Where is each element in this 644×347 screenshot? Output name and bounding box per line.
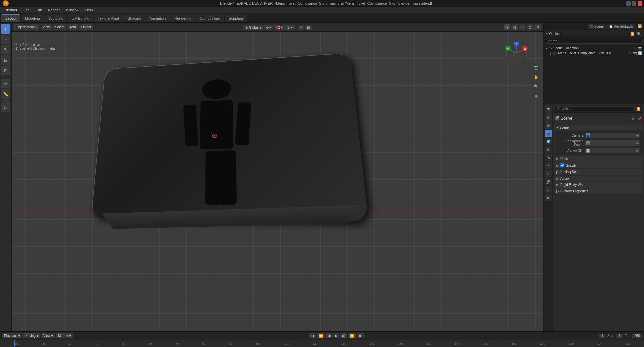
viewport-shading-solid[interactable]: ● xyxy=(504,24,510,30)
viewport-shading-material[interactable]: ◑ xyxy=(511,24,518,30)
timeline-ruler[interactable]: 10 20 30 40 50 60 70 80 90 100 110 120 1… xyxy=(0,340,644,347)
menu-blender[interactable]: Blender xyxy=(2,7,20,13)
pivot-point[interactable]: ⊙ ▾ xyxy=(264,25,274,30)
tab-compositing[interactable]: Compositing xyxy=(196,14,224,22)
gravity-checkbox[interactable] xyxy=(560,163,564,167)
tab-animation[interactable]: Animation xyxy=(146,14,170,22)
output-tab[interactable]: 📺 xyxy=(545,113,552,121)
end-frame-display[interactable]: 250 xyxy=(632,334,642,338)
cursor-tool[interactable]: ✛ xyxy=(1,24,10,34)
object-render-icon[interactable]: 🔄 xyxy=(638,51,642,55)
prop-header-opts[interactable]: ⊕ xyxy=(630,115,636,121)
viewport-canvas[interactable]: User Perspective (1) Scene Collection | … xyxy=(12,32,543,331)
modifier-tab[interactable]: 🔧 xyxy=(545,154,552,161)
move-tool[interactable]: ↔ xyxy=(1,35,10,44)
tab-scripting[interactable]: Scripting xyxy=(225,14,247,22)
camera-value-select-icon[interactable]: ⊕ xyxy=(636,134,639,137)
outliner-object-item[interactable]: ▷ ▷ Mens_Toilet_Compliance_Sign_001 👁 📷 … xyxy=(544,51,644,56)
particles-tab[interactable]: ✦ xyxy=(545,162,552,169)
viewport-options[interactable]: ⚙ xyxy=(534,24,541,30)
next-frame-button[interactable]: ▶| xyxy=(340,333,347,338)
menu-window[interactable]: Window xyxy=(63,7,82,13)
viewport-shading-wire[interactable]: ◻ xyxy=(527,24,533,30)
collection-eye-icon[interactable]: 👁 xyxy=(633,46,637,50)
active-clip-value[interactable]: 🎞 ⊕ xyxy=(585,148,640,153)
select-menu[interactable]: Select xyxy=(53,24,66,30)
background-scene-value[interactable]: 🎬 ⊕ xyxy=(585,140,640,146)
overlay-toggle[interactable]: ⊠ xyxy=(305,25,312,30)
data-tab[interactable]: △ xyxy=(545,186,552,193)
global-transform[interactable]: ⊕ Global ▾ xyxy=(243,25,263,30)
add-menu[interactable]: Add xyxy=(68,24,78,30)
viewport[interactable]: Object Mode View Select Add Object ⊕ Glo… xyxy=(12,23,543,331)
keying-dropdown[interactable]: Keying ▾ xyxy=(23,333,40,338)
object-menu[interactable]: Object xyxy=(79,24,93,30)
scene-section-header[interactable]: ▾ Scene xyxy=(554,125,643,130)
marker-dropdown[interactable]: Marker ▾ xyxy=(56,333,73,338)
keying-sets-section[interactable]: ▷ Keying Sets xyxy=(554,169,643,175)
playback-dropdown[interactable]: Playback ▾ xyxy=(2,333,22,338)
prev-frame-button[interactable]: ◀ xyxy=(326,333,332,338)
render-tab[interactable]: 📷 xyxy=(545,105,552,113)
outliner-search-input[interactable] xyxy=(545,39,643,44)
camera-value[interactable]: 📷 ⊕ xyxy=(585,133,640,138)
pan-icon[interactable]: ✋ xyxy=(532,73,540,81)
filter-button[interactable]: 🔽 xyxy=(637,23,643,30)
constraints-tab[interactable]: 🔗 xyxy=(545,178,552,185)
menu-render[interactable]: Render xyxy=(45,7,63,13)
outliner-scene-collection[interactable]: ▾ 🗂 Scene Collection 👁 📷 xyxy=(544,46,644,51)
object-eye-icon[interactable]: 👁 xyxy=(628,51,631,55)
outliner-search[interactable]: 🔍 xyxy=(636,31,642,37)
object-mode-selector[interactable]: Object Mode xyxy=(14,24,39,30)
scale-tool[interactable]: ⊞ xyxy=(1,55,10,65)
custom-properties-section[interactable]: ▷ Custom Properties xyxy=(554,188,643,194)
current-frame-display[interactable]: 1 xyxy=(599,334,605,338)
tab-layout[interactable]: Layout xyxy=(1,14,20,22)
view-layer-tab[interactable]: ⊞ xyxy=(545,121,552,129)
annotate-tool[interactable]: ✏ xyxy=(1,79,10,88)
menu-help[interactable]: Help xyxy=(83,7,96,13)
jump-end-button[interactable]: ⏭ xyxy=(357,333,364,338)
gravity-section[interactable]: ▷ Gravity xyxy=(554,162,643,168)
material-tab[interactable]: ⬟ xyxy=(545,194,552,201)
proportional-edit[interactable]: ⊚ ▾ xyxy=(285,25,295,30)
rigid-body-world-section[interactable]: ▷ Rigid Body World xyxy=(554,182,643,188)
jump-start-button[interactable]: ⏮ xyxy=(309,333,316,338)
measure-tool[interactable]: 📏 xyxy=(1,89,10,99)
show-gizmos[interactable]: ⊹ xyxy=(298,25,304,30)
tab-uv-editing[interactable]: UV Editing xyxy=(68,14,93,22)
collection-cam-icon[interactable]: 📷 xyxy=(638,46,642,50)
render-layer-selector[interactable]: 📋 RenderLayer xyxy=(607,24,635,29)
clip-select[interactable]: ⊕ xyxy=(636,149,639,153)
prop-header-pin[interactable]: 📌 xyxy=(637,115,643,121)
close-button[interactable] xyxy=(638,1,642,6)
tab-shading[interactable]: Shading xyxy=(123,14,145,22)
prop-search-input[interactable] xyxy=(556,106,635,111)
next-keyframe-button[interactable]: ⏩ xyxy=(348,333,356,338)
play-button[interactable]: ▶ xyxy=(333,333,339,338)
rotate-tool[interactable]: ↻ xyxy=(1,45,10,54)
tab-sculpting[interactable]: Sculpting xyxy=(44,14,67,22)
zoom-icon[interactable]: 🔍 xyxy=(532,82,540,90)
tab-texture-paint[interactable]: Texture Paint xyxy=(94,14,123,22)
maximize-button[interactable] xyxy=(632,1,636,6)
view-menu[interactable]: View xyxy=(41,24,52,30)
scene-tab[interactable]: 🎬 xyxy=(545,130,552,137)
outliner-filter[interactable]: 🔽 xyxy=(629,31,635,37)
start-frame-display[interactable]: 1 xyxy=(616,334,623,338)
tab-modeling[interactable]: Modeling xyxy=(21,14,44,22)
physics-tab[interactable]: ⚛ xyxy=(545,170,552,177)
world-tab[interactable]: 🌍 xyxy=(545,138,552,145)
menu-file[interactable]: File xyxy=(21,7,32,13)
units-section[interactable]: ▷ Units xyxy=(554,156,643,162)
snap-toggle[interactable]: 🧲 ▾ xyxy=(274,25,285,30)
tab-rendering[interactable]: Rendering xyxy=(170,14,195,22)
camera-view-icon[interactable]: 📷 xyxy=(532,63,540,71)
minimize-button[interactable] xyxy=(626,1,631,6)
bg-scene-select[interactable]: ⊕ xyxy=(636,141,639,145)
camera-ortho-icon[interactable]: ▣ xyxy=(532,92,540,100)
menu-edit[interactable]: Edit xyxy=(33,7,45,13)
viewport-shading-rendered[interactable]: ○ xyxy=(519,24,526,30)
audio-section[interactable]: ▷ Audio xyxy=(554,176,643,181)
add-cube-tool[interactable]: □ xyxy=(1,102,10,112)
